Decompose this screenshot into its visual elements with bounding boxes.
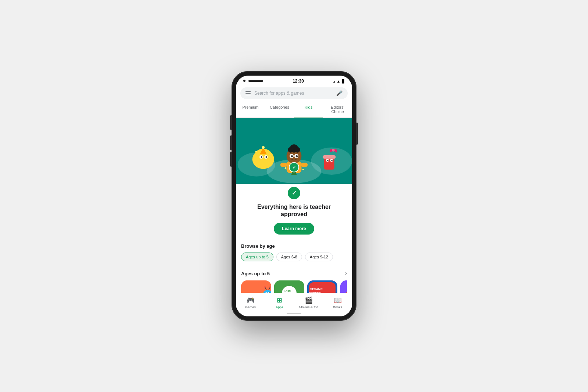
- apps-icon: ⊞: [277, 296, 282, 304]
- wifi-icon: ▴: [333, 79, 335, 83]
- games-icon: 🎮: [247, 296, 255, 304]
- bottom-nav-movies[interactable]: 🎬 Movies & TV: [294, 296, 323, 309]
- home-bar: [287, 313, 301, 314]
- svg-point-18: [331, 160, 333, 161]
- svg-rect-30: [301, 163, 308, 167]
- svg-text:✦: ✦: [284, 166, 287, 170]
- games-label: Games: [245, 305, 256, 309]
- app-card-caterpillar[interactable]: [241, 280, 271, 293]
- app-icon-sesame: SESAME STREET: [307, 280, 337, 293]
- movies-label: Movies & TV: [299, 305, 318, 309]
- browse-by-age-section: Browse by age Ages up to 5 Ages 6-8 Ages…: [236, 238, 352, 264]
- svg-point-17: [327, 160, 329, 161]
- status-time: 12:30: [293, 79, 304, 84]
- svg-text:✓: ✓: [293, 165, 296, 170]
- tab-categories[interactable]: Categories: [265, 102, 294, 117]
- hero-illustration: ✦: [236, 118, 352, 184]
- apps-label: Apps: [276, 305, 283, 309]
- svg-rect-68: [340, 280, 347, 293]
- app-card-sesame[interactable]: SESAME STREET: [307, 280, 337, 293]
- app-card-pbs[interactable]: PBS KIDS: [274, 280, 304, 293]
- search-bar[interactable]: Search for apps & games 🎤: [240, 87, 348, 99]
- chip-ages-0-5[interactable]: Ages up to 5: [241, 253, 273, 261]
- svg-text:PBS: PBS: [284, 289, 291, 293]
- speaker: [248, 80, 263, 82]
- hero-title: Everything here is teacher approved: [243, 203, 345, 219]
- bottom-nav-games[interactable]: 🎮 Games: [236, 296, 265, 309]
- svg-text:SESAME: SESAME: [310, 287, 323, 291]
- ages-arrow-icon[interactable]: ›: [345, 270, 347, 277]
- tab-premium[interactable]: Premium: [236, 102, 265, 117]
- phone-device: 12:30 ▴ ▲ ▉ Search for apps & games 🎤 Pr…: [232, 71, 356, 321]
- status-icons: ▴ ▲ ▉: [333, 79, 345, 83]
- status-bar: 12:30 ▴ ▲ ▉: [236, 76, 352, 85]
- svg-text:✦: ✦: [302, 168, 305, 171]
- chip-ages-6-8[interactable]: Ages 6-8: [276, 253, 302, 261]
- tab-editors-choice[interactable]: Editors' Choice: [323, 102, 352, 117]
- svg-point-48: [269, 286, 271, 288]
- bottom-nav-apps[interactable]: ⊞ Apps: [265, 296, 294, 309]
- chip-ages-9-12[interactable]: Ages 9-12: [305, 253, 333, 261]
- svg-point-47: [264, 286, 266, 288]
- books-icon: 📖: [334, 296, 342, 304]
- learn-more-button[interactable]: Learn more: [274, 223, 314, 235]
- svg-point-23: [288, 147, 293, 153]
- notch: [243, 80, 263, 82]
- bottom-nav: 🎮 Games ⊞ Apps 🎬 Movies & TV 📖 Books: [236, 293, 352, 311]
- hamburger-icon[interactable]: [245, 91, 251, 95]
- svg-point-27: [291, 155, 293, 157]
- content-scroll[interactable]: ✦: [236, 118, 352, 293]
- hero-badge: ✓: [287, 186, 301, 200]
- svg-rect-14: [323, 155, 336, 159]
- bottom-nav-books[interactable]: 📖 Books: [323, 296, 352, 309]
- app-icon-pbs: PBS KIDS: [274, 280, 304, 293]
- ages-header: Ages up to 5 ›: [241, 270, 347, 277]
- hero-banner: ✦: [236, 118, 352, 184]
- app-icon-4th: [340, 280, 347, 293]
- svg-point-11: [262, 146, 265, 149]
- search-input[interactable]: Search for apps & games: [254, 91, 333, 96]
- check-icon: ✓: [292, 189, 297, 196]
- ages-up-to-5-section: Ages up to 5 ›: [236, 266, 352, 293]
- signal-icon: ▲: [337, 79, 340, 83]
- hero-text-section: ✓ Everything here is teacher approved Le…: [236, 184, 352, 238]
- search-bar-container: Search for apps & games 🎤: [236, 85, 352, 102]
- app-row: PBS KIDS: [241, 280, 347, 293]
- nav-tabs: Premium Categories Kids Editors' Choice: [236, 102, 352, 118]
- home-indicator: [236, 311, 352, 316]
- ages-title: Ages up to 5: [241, 271, 270, 276]
- phone-screen: 12:30 ▴ ▲ ▉ Search for apps & games 🎤 Pr…: [236, 76, 352, 316]
- browse-title: Browse by age: [241, 243, 347, 249]
- books-label: Books: [333, 305, 342, 309]
- age-chips: Ages up to 5 Ages 6-8 Ages 9-12: [241, 253, 347, 261]
- movies-icon: 🎬: [305, 296, 313, 304]
- svg-point-19: [332, 149, 334, 151]
- mic-icon[interactable]: 🎤: [336, 90, 343, 96]
- camera: [243, 80, 245, 82]
- svg-point-24: [295, 147, 300, 153]
- svg-point-8: [261, 156, 262, 158]
- svg-point-9: [265, 156, 267, 158]
- app-icon-caterpillar: [241, 280, 271, 293]
- battery-icon: ▉: [342, 79, 345, 83]
- svg-point-28: [296, 155, 298, 157]
- tab-kids[interactable]: Kids: [294, 102, 323, 117]
- app-card-4th[interactable]: [340, 280, 347, 293]
- svg-text:✦: ✦: [255, 150, 258, 153]
